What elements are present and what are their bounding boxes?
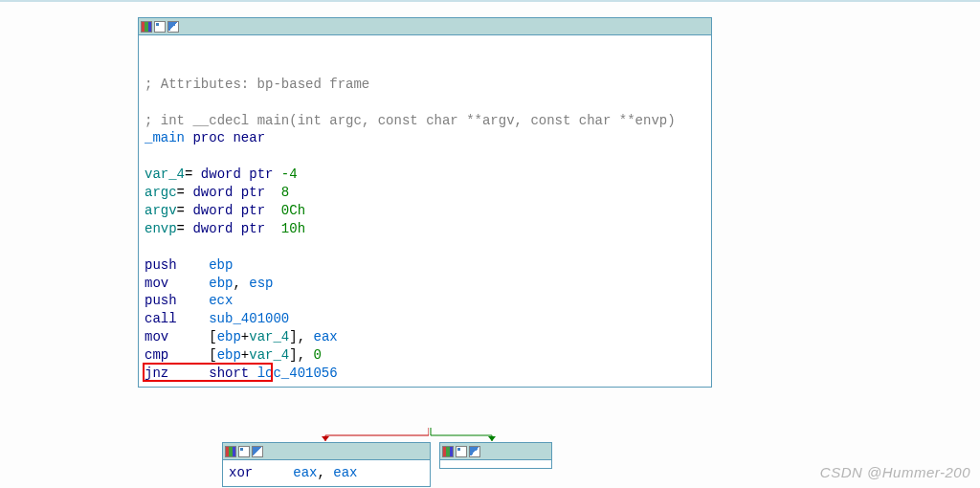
node-body: ; Attributes: bp-based frame ; int __cde…: [139, 35, 711, 387]
node-header: [139, 18, 711, 35]
comment-sig: ; int __cdecl main(int argc, const char …: [145, 113, 676, 128]
instr-push-ecx: push ecx: [145, 293, 233, 308]
window-icon[interactable]: [456, 446, 467, 457]
var-decl-1: var_4= dword ptr -4: [145, 166, 298, 182]
window-icon[interactable]: [238, 446, 250, 457]
flag-icon[interactable]: [469, 446, 480, 457]
graph-node-main[interactable]: ; Attributes: bp-based frame ; int __cde…: [138, 17, 712, 388]
instr-push-ebp: push ebp: [145, 257, 233, 273]
graph-node-true-branch[interactable]: [439, 442, 552, 469]
proc-decl: _main proc near: [145, 130, 265, 145]
blank-line: [145, 58, 152, 74]
palette-icon[interactable]: [141, 21, 152, 33]
instr-jnz: jnz short loc_401056: [145, 366, 338, 381]
instr-mov-ebp-esp: mov ebp, esp: [145, 276, 273, 291]
watermark: CSDN @Hummer-200: [820, 464, 970, 480]
instr-cmp: cmp [ebp+var_4], 0: [145, 347, 322, 363]
comment-attributes: ; Attributes: bp-based frame: [145, 77, 369, 92]
node-header: [223, 443, 430, 460]
flag-icon[interactable]: [167, 21, 179, 33]
node-body: [440, 460, 551, 468]
graph-node-false-branch[interactable]: xor eax, eax: [222, 442, 431, 487]
window-icon[interactable]: [154, 21, 166, 33]
node-body: xor eax, eax: [223, 460, 430, 486]
palette-icon[interactable]: [442, 446, 454, 457]
instr-xor: xor eax, eax: [229, 465, 357, 480]
var-decl-4: envp= dword ptr 10h: [145, 221, 305, 236]
instr-call: call sub_401000: [145, 311, 289, 326]
palette-icon[interactable]: [225, 446, 236, 457]
instr-mov-var4-eax: mov [ebp+var_4], eax: [145, 329, 338, 344]
var-decl-2: argc= dword ptr 8: [145, 185, 289, 200]
node-header: [440, 443, 551, 460]
flag-icon[interactable]: [252, 446, 263, 457]
app-top-border: [0, 0, 980, 2]
var-decl-3: argv= dword ptr 0Ch: [145, 203, 305, 218]
